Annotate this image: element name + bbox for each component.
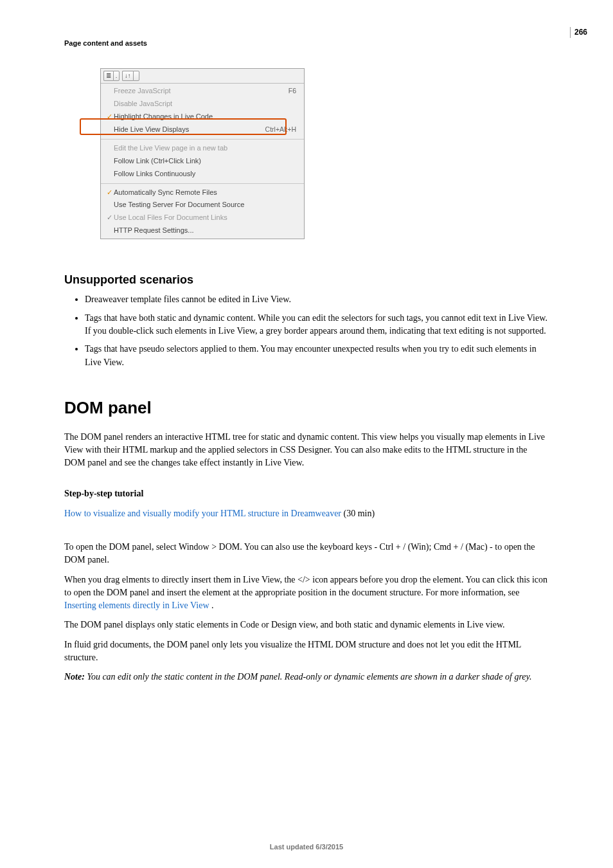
menu-item[interactable]: Hide Live View DisplaysCtrl+Alt+H	[101, 123, 304, 136]
menu-item[interactable]: Follow Links Continuously	[101, 168, 304, 181]
menu-item-label: Use Testing Server For Document Source	[114, 200, 296, 210]
dom-fluidgrid-paragraph: In fluid grid documents, the DOM panel o…	[64, 638, 549, 665]
toolbar-sort-icon[interactable]: ↓↑	[122, 71, 133, 81]
menu-toolbar: ≣ . ↓↑	[101, 69, 304, 84]
menu-item: Freeze JavaScriptF6	[101, 85, 304, 98]
dom-drag-paragraph: When you drag elments to directly insert…	[64, 574, 549, 613]
page-number: 266	[570, 27, 587, 38]
step-by-step-heading: Step-by-step tutorial	[64, 487, 549, 500]
tutorial-duration: (30 min)	[341, 509, 375, 518]
dom-open-paragraph: To open the DOM panel, select Window > D…	[64, 541, 549, 567]
menu-item-label: Freeze JavaScript	[114, 86, 289, 96]
unsupported-item: Dreaweaver template files cannot be edit…	[85, 293, 549, 306]
dom-intro-paragraph: The DOM panel renders an interactive HTM…	[64, 431, 549, 470]
menu-item-label: Disable JavaScript	[114, 99, 296, 109]
dom-display-paragraph: The DOM panel displays only static eleme…	[64, 619, 549, 631]
menu-item-label: Highlight Changes in Live Code	[114, 112, 296, 122]
menu-item-shortcut: F6	[289, 86, 296, 96]
menu-item-label: Edit the Live View page in a new tab	[114, 143, 296, 154]
menu-item[interactable]: ✓Highlight Changes in Live Code	[101, 111, 304, 123]
breadcrumb: Page content and assets	[64, 39, 549, 49]
menu-item-shortcut: Ctrl+Alt+H	[265, 125, 296, 134]
menu-item-label: Follow Link (Ctrl+Click Link)	[114, 156, 296, 167]
check-icon: ✓	[105, 112, 114, 122]
toolbar-sort-dropdown[interactable]	[133, 71, 139, 81]
note-lead: Note:	[64, 672, 87, 682]
menu-item[interactable]: HTTP Request Settings...	[101, 224, 304, 237]
check-icon: ✓	[105, 188, 114, 198]
dom-note: Note: You can edit only the static conte…	[64, 671, 549, 683]
menu-item-label: HTTP Request Settings...	[114, 226, 296, 236]
unsupported-heading: Unsupported scenarios	[64, 271, 549, 288]
menu-item: ✓Use Local Files For Document Links	[101, 212, 304, 224]
menu-item-label: Use Local Files For Document Links	[114, 213, 296, 223]
unsupported-item: Tags that have pseudo selectors applied …	[85, 343, 549, 369]
menu-item: Edit the Live View page in a new tab	[101, 142, 304, 155]
menu-item[interactable]: Follow Link (Ctrl+Click Link)	[101, 155, 304, 168]
menu-item-label: Automatically Sync Remote Files	[114, 188, 296, 198]
menu-item-label: Hide Live View Displays	[114, 125, 265, 135]
dom-panel-heading: DOM panel	[64, 396, 549, 420]
menu-item: Disable JavaScript	[101, 98, 304, 111]
check-icon: ✓	[105, 213, 114, 223]
toolbar-list-dropdown[interactable]: .	[113, 71, 120, 81]
dom-drag-text-b: .	[211, 601, 214, 610]
note-body: You can edit only the static content in …	[87, 672, 531, 682]
tutorial-line: How to visualize and visually modify you…	[64, 507, 549, 520]
tutorial-link[interactable]: How to visualize and visually modify you…	[64, 509, 341, 518]
inserting-elements-link[interactable]: Inserting elements directly in Live View	[64, 601, 211, 610]
dom-drag-text-a: When you drag elments to directly insert…	[64, 575, 547, 597]
unsupported-list: Dreaweaver template files cannot be edit…	[64, 293, 549, 368]
unsupported-item: Tags that have both static and dynamic c…	[85, 312, 549, 338]
live-view-options-menu: ≣ . ↓↑ Freeze JavaScriptF6Disable JavaSc…	[100, 68, 305, 239]
toolbar-list-icon[interactable]: ≣	[103, 71, 113, 81]
menu-item-label: Follow Links Continuously	[114, 169, 296, 179]
last-updated-footer: Last updated 6/3/2015	[0, 842, 613, 853]
menu-item[interactable]: ✓Automatically Sync Remote Files	[101, 186, 304, 199]
menu-item[interactable]: Use Testing Server For Document Source	[101, 199, 304, 212]
